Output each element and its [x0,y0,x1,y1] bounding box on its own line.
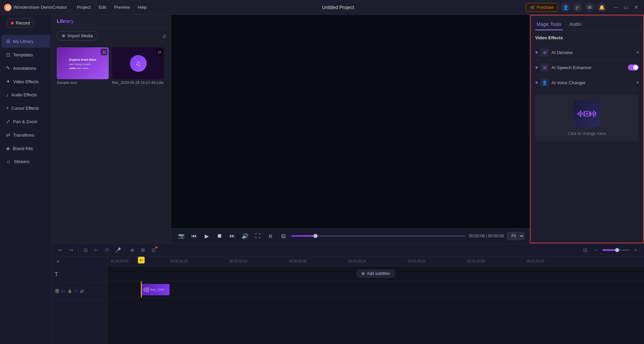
tab-magic-tools[interactable]: Magic Tools [535,19,563,30]
menu-preview[interactable]: Preview [111,3,133,11]
menu-project[interactable]: Project [73,3,94,11]
trim-button[interactable]: ⊡ [81,246,90,254]
play-button[interactable]: ▶ [202,231,211,241]
volume-button[interactable]: 🔊 [240,231,250,241]
video-track-icon: 🎬 [55,289,59,293]
filter-icon[interactable]: ⊿ [162,33,166,39]
timeline-ruler-area: 00:00:00:00 00:00:16:20 00:00:33:10 00:0… [107,257,644,344]
library-toolbar: ⊕ Import Media ⊿ [52,28,171,44]
ruler-mark-7: 00:01:56:20 [527,259,586,263]
list-item[interactable]: Explore Even More with DemoCreator [57,47,109,85]
timeline-ruler: 00:00:00:00 00:00:16:20 00:00:33:10 00:0… [107,257,644,266]
stop-button[interactable]: ⏹ [215,231,224,241]
sidebar-item-transitions[interactable]: ⇄ Transitions [1,129,50,141]
top-menu: Project Edit Preview Help [73,3,150,11]
add-subtitles-button[interactable]: ⊕ Add subtitles [356,269,395,278]
purchase-button[interactable]: 🛒 Purchase [526,3,558,12]
annotate-button[interactable]: ⊡ [149,246,158,254]
clip-bar [145,288,146,291]
learn-icon[interactable]: 🎓 [573,3,582,12]
sidebar-label-transitions: Transitions [13,133,34,138]
sidebar-item-pan-zoom[interactable]: ⤢ Pan & Zoom [1,115,50,128]
crop-button[interactable]: ⧈ [266,231,275,241]
sidebar-item-annotations[interactable]: ✎ Annotations [1,62,50,75]
restore-button[interactable]: ▭ [622,3,630,11]
sample-preview-content: Explore Even More with DemoCreator [66,55,99,71]
insert-button[interactable]: ⊕ [128,246,137,254]
sidebar-item-video-effects[interactable]: ✦ Video Effects [1,75,50,88]
time-display: 00:00:08 | 00:00:08 [469,234,504,238]
menu-help[interactable]: Help [135,3,150,11]
zoom-slider[interactable] [602,249,629,251]
app-logo[interactable]: W Wondershare DemoCreator [4,4,67,11]
favorite-icon-denoise[interactable]: ♥ [535,50,538,55]
zoom-out-button[interactable]: − [592,246,600,254]
media-name: Rec_2024-05-28 16-07-44.m4a [112,81,164,85]
preview-timeline[interactable] [291,235,466,237]
media-thumbnail-sample: Explore Even More with DemoCreator [57,47,109,79]
group-button[interactable]: ⊞ [139,246,147,254]
voice-icon-circle [574,100,600,127]
add-track-button[interactable]: + [55,258,61,265]
add-subtitle-icon: ⊕ [361,271,365,276]
close-button[interactable]: ✕ [632,3,640,11]
sidebar-item-my-library[interactable]: ⊞ My Library [1,35,50,48]
favorite-icon-speech[interactable]: ♥ [535,65,538,70]
media-name: Sample.dcrc [57,81,109,85]
lock-icon[interactable]: 🔒 [67,289,72,293]
svg-rect-1 [579,112,580,116]
voice-changer-expand-icon[interactable]: ▾ [637,80,639,85]
fullscreen-button[interactable]: ⛶ [253,231,262,241]
screenshot-button[interactable]: 📷 [177,231,186,241]
skip-back-button[interactable]: ⏮ [189,231,199,241]
denoise-expand-icon[interactable]: ▾ [637,50,639,55]
main-layout: Record ⊞ My Library ⊡ Templates ✎ Annota… [0,15,644,344]
subtitle-track-label: T [52,266,107,283]
redo-button[interactable]: ↪ [67,246,76,254]
effect-row-ai-voice-changer: ♥ 👤 AI Voice Changer ▾ [535,75,639,90]
speech-enhancer-icon: ⊞ [541,63,549,71]
playhead-marker[interactable]: ⊢ [138,257,145,263]
undo-button[interactable]: ↩ [56,246,65,254]
media-type-icon: ⊡ [156,49,163,55]
media-type-icon: ⊡ [101,49,107,55]
sidebar-item-brand-kits[interactable]: ◈ Brand Kits [1,142,50,155]
import-media-button[interactable]: ⊕ Import Media [57,31,98,41]
minimize-button[interactable]: ─ [612,3,620,11]
microphone-button[interactable]: 🎤 [113,246,122,254]
preview-canvas [171,15,530,228]
speech-enhancer-toggle[interactable] [628,64,639,70]
voice-changer-box[interactable]: Click to change voice [535,95,639,141]
timeline-section: ↩ ↪ ⊡ ⊢ ⊓ 🎤 ⊕ ⊞ ⊡ ⊡ − [52,243,644,344]
tab-audio[interactable]: Audio [568,19,583,30]
zoom-in-button[interactable]: + [631,246,640,254]
clip-bar [148,287,149,292]
clip-name: Rec_2024 [150,288,164,291]
timeline-toolbar: ↩ ↪ ⊡ ⊢ ⊓ 🎤 ⊕ ⊞ ⊡ ⊡ − [52,244,644,257]
click-to-change-voice-label: Click to change voice [568,131,606,136]
sidebar-item-templates[interactable]: ⊡ Templates [1,48,50,61]
sidebar-item-stickers[interactable]: ☺ Stickers [1,155,50,168]
sidebar-item-audio-effects[interactable]: ♪ Audio Effects [1,89,50,101]
menu-edit[interactable]: Edit [95,3,109,11]
favorite-icon-voice[interactable]: ♥ [535,80,538,85]
fit-timeline-button[interactable]: ⊡ [581,246,590,254]
mute-icon[interactable]: 🔊 [80,289,85,293]
fit-select[interactable]: Fit [507,232,525,240]
notification-icon[interactable]: 🔔 [597,3,606,12]
video-clip[interactable]: Rec_2024 [141,284,169,295]
voice-changer-icon: 👤 [541,79,549,87]
list-item[interactable]: ♫ ⊡ Rec_2024-05-28 16-07-44.m4a [112,47,164,85]
svg-rect-10 [595,112,596,116]
user-avatar[interactable]: 👤 [561,3,570,12]
record-button[interactable]: Record [7,18,34,28]
split-button[interactable]: ⊢ [92,246,101,254]
ruler-mark-2: 00:00:33:10 [230,259,289,263]
crop-tool-button[interactable]: ⊓ [103,246,111,254]
eye-icon[interactable]: 👁 [74,289,78,293]
mail-icon[interactable]: ✉ [585,3,594,12]
sidebar-item-cursor-effects[interactable]: ⌖ Cursor Effects [1,102,50,114]
pip-button[interactable]: ⊟ [279,231,288,241]
skip-forward-button[interactable]: ⏭ [228,231,237,241]
ruler-mark-1: 00:00:16:20 [170,259,230,263]
